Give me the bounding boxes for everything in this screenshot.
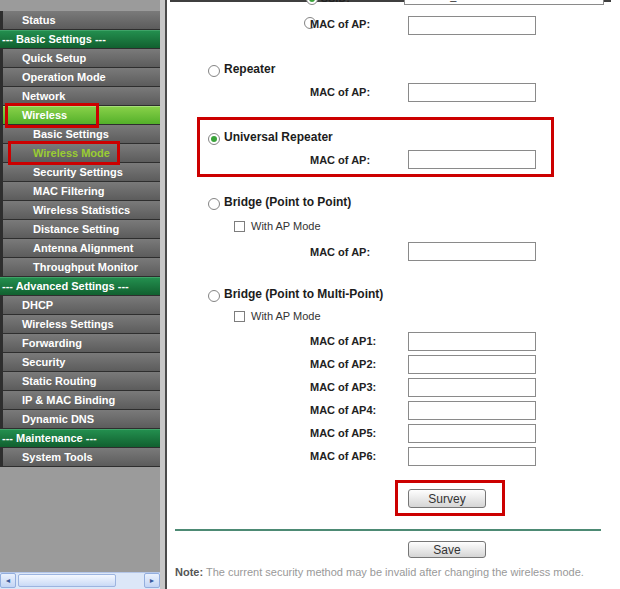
client-mac-label: MAC of AP: — [310, 18, 370, 30]
mac-ap3-input[interactable] — [408, 378, 536, 397]
sidebar-item-wireless-settings[interactable]: Wireless Settings — [3, 315, 160, 334]
ssid-label: SSID: — [290, 0, 350, 4]
sidebar-horizontal-scrollbar[interactable]: ◄ ► — [0, 572, 160, 589]
bridge-ptp-title: Bridge (Point to Point) — [224, 195, 351, 209]
sidebar-section-advanced-settings[interactable]: --- Advanced Settings --- — [0, 277, 160, 296]
universal-repeater-title: Universal Repeater — [224, 130, 333, 144]
repeater-mac-input[interactable] — [408, 83, 536, 102]
ssid-input[interactable] — [404, 0, 604, 5]
universal-mac-input[interactable] — [408, 150, 536, 169]
mac-ap1-input[interactable] — [408, 332, 536, 351]
mac-ap4-input[interactable] — [408, 401, 536, 420]
bridge-ptmp-radio[interactable] — [208, 290, 220, 302]
separator-line — [175, 529, 601, 531]
note-body: The current security method may be inval… — [206, 566, 584, 578]
sidebar: Status --- Basic Settings --- Quick Setu… — [0, 0, 160, 589]
bridge-ptmp-title: Bridge (Point to Multi-Point) — [224, 287, 383, 301]
sidebar-item-antenna-alignment[interactable]: Antenna Alignment — [3, 239, 160, 258]
bridge-ptmp-ap-mode-label: With AP Mode — [251, 310, 321, 322]
mac-ap2-input[interactable] — [408, 355, 536, 374]
universal-repeater-radio[interactable] — [208, 133, 220, 145]
save-button[interactable]: Save — [408, 541, 486, 558]
bridge-ptp-ap-mode-checkbox[interactable] — [234, 221, 245, 232]
bridge-ptp-ap-mode-label: With AP Mode — [251, 220, 321, 232]
mac-ap1-label: MAC of AP1: — [310, 335, 370, 347]
sidebar-item-forwarding[interactable]: Forwarding — [3, 334, 160, 353]
mac-ap6-input[interactable] — [408, 447, 536, 466]
mac-ap4-label: MAC of AP4: — [310, 404, 370, 416]
sidebar-divider-dark — [165, 0, 167, 589]
sidebar-section-maintenance[interactable]: --- Maintenance --- — [0, 429, 160, 448]
scroll-left-icon[interactable]: ◄ — [0, 573, 16, 588]
sidebar-item-wireless-mode[interactable]: Wireless Mode — [3, 144, 160, 163]
sidebar-item-mac-filtering[interactable]: MAC Filtering — [3, 182, 160, 201]
mac-ap5-input[interactable] — [408, 424, 536, 443]
mac-ap3-label: MAC of AP3: — [310, 381, 370, 393]
repeater-mac-label: MAC of AP: — [310, 86, 370, 98]
bridge-ptp-radio[interactable] — [208, 198, 220, 210]
scroll-right-icon[interactable]: ► — [144, 573, 160, 588]
repeater-title: Repeater — [224, 62, 275, 76]
bridge-ptp-mac-input[interactable] — [408, 242, 536, 261]
survey-button[interactable]: Survey — [408, 489, 486, 508]
note-label: Note: — [175, 566, 203, 578]
sidebar-item-static-routing[interactable]: Static Routing — [3, 372, 160, 391]
sidebar-item-ip-mac-binding[interactable]: IP & MAC Binding — [3, 391, 160, 410]
sidebar-item-network[interactable]: Network — [3, 87, 160, 106]
clipped-top-row: SSID: — [170, 0, 611, 8]
sidebar-item-throughput-monitor[interactable]: Throughput Monitor — [3, 258, 160, 277]
sidebar-item-dynamic-dns[interactable]: Dynamic DNS — [3, 410, 160, 429]
sidebar-item-wireless[interactable]: Wireless — [3, 106, 160, 125]
universal-mac-label: MAC of AP: — [310, 154, 370, 166]
sidebar-item-quick-setup[interactable]: Quick Setup — [3, 49, 160, 68]
scrollbar-thumb[interactable] — [18, 574, 116, 587]
bridge-ptmp-ap-mode-checkbox[interactable] — [234, 311, 245, 322]
sidebar-item-security-settings[interactable]: Security Settings — [3, 163, 160, 182]
sidebar-item-basic-settings[interactable]: Basic Settings — [3, 125, 160, 144]
sidebar-section-basic-settings[interactable]: --- Basic Settings --- — [0, 30, 160, 49]
sidebar-item-operation-mode[interactable]: Operation Mode — [3, 68, 160, 87]
sidebar-item-distance-setting[interactable]: Distance Setting — [3, 220, 160, 239]
mac-ap2-label: MAC of AP2: — [310, 358, 370, 370]
sidebar-item-dhcp[interactable]: DHCP — [3, 296, 160, 315]
sidebar-item-system-tools[interactable]: System Tools — [3, 448, 160, 467]
mac-ap6-label: MAC of AP6: — [310, 450, 370, 462]
sidebar-menu: Status --- Basic Settings --- Quick Setu… — [0, 11, 160, 467]
wireless-mode-panel: SSID: MAC of AP: Repeater MAC of AP: Uni… — [170, 0, 620, 589]
repeater-radio[interactable] — [208, 65, 220, 77]
sidebar-item-wireless-statistics[interactable]: Wireless Statistics — [3, 201, 160, 220]
client-mac-input[interactable] — [408, 16, 536, 35]
bridge-ptp-mac-label: MAC of AP: — [310, 246, 370, 258]
note-text: Note: The current security method may be… — [175, 566, 584, 578]
mac-ap5-label: MAC of AP5: — [310, 427, 370, 439]
sidebar-item-status[interactable]: Status — [3, 11, 160, 30]
sidebar-item-security[interactable]: Security — [3, 353, 160, 372]
